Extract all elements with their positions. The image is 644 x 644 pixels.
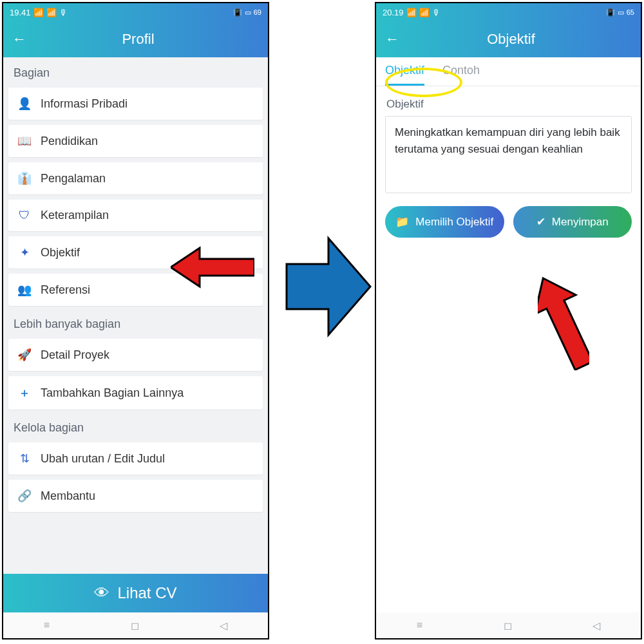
choose-objective-button[interactable]: 📁 Memilih Objektif <box>385 206 504 238</box>
experience-icon: 👔 <box>17 171 32 185</box>
signal-icon: 📶 <box>46 8 57 17</box>
status-bar: 20.19 📶 📶 🎙 📳 ▭ 65 <box>376 3 641 21</box>
list-item-label: Ubah urutan / Edit Judul <box>41 452 165 466</box>
nav-back-icon[interactable]: ◁ <box>220 620 227 632</box>
battery-level: 65 <box>627 8 634 16</box>
tab-objektif[interactable]: Objektif <box>385 64 424 86</box>
button-row: 📁 Memilih Objektif ✔ Menyimpan <box>376 193 641 251</box>
app-bar: ← Objektif <box>376 21 641 57</box>
check-icon: ✔ <box>536 215 545 229</box>
tab-bar: Objektif Contoh <box>376 57 641 86</box>
list-item-label: Pengalaman <box>41 172 106 185</box>
android-nav-bar: ≡ ◻ ◁ <box>3 612 268 638</box>
list-item-label: Informasi Pribadi <box>41 97 128 111</box>
objektif-textarea[interactable]: Meningkatkan kemampuan diri yang lebih b… <box>385 116 632 193</box>
tab-contoh[interactable]: Contoh <box>442 64 480 86</box>
add-icon: ＋ <box>17 385 32 401</box>
status-time: 19.41 <box>10 8 31 17</box>
user-icon: 👤 <box>17 97 32 111</box>
red-arrow-up-icon <box>538 274 589 370</box>
svg-marker-1 <box>171 248 254 287</box>
section-label-bagian: Bagian <box>3 57 268 85</box>
folder-icon: 📁 <box>395 215 409 229</box>
page-title: Objektif <box>410 31 612 48</box>
phone-right: 20.19 📶 📶 🎙 📳 ▭ 65 ← Objektif Objektif C… <box>375 2 642 639</box>
app-bar: ← Profil <box>3 21 268 57</box>
signal-icon: 📶 <box>406 8 417 17</box>
vibrate-icon: 📳 <box>233 8 242 17</box>
section-label-more: Lebih banyak bagian <box>3 308 268 336</box>
list-item-membantu[interactable]: 🔗 Membantu <box>8 480 263 512</box>
project-icon: 🚀 <box>17 348 32 362</box>
svg-marker-2 <box>538 274 589 370</box>
nav-recent-icon[interactable]: ≡ <box>417 620 422 631</box>
svg-marker-0 <box>287 238 370 335</box>
education-icon: 📖 <box>17 134 32 148</box>
reorder-icon: ⇅ <box>17 451 32 466</box>
android-nav-bar: ≡ ◻ ◁ <box>376 612 641 638</box>
list-item-label: Membantu <box>41 489 95 503</box>
nav-back-icon[interactable]: ◁ <box>592 620 600 632</box>
page-title: Profil <box>37 31 240 48</box>
signal-icon: 📶 <box>33 8 44 17</box>
battery-icon: ▭ <box>245 8 251 17</box>
cta-label: Lihat CV <box>117 584 176 602</box>
content-area: Bagian 👤 Informasi Pribadi 📖 Pendidikan … <box>3 57 268 612</box>
phone-left: 19.41 📶 📶 🎙 📳 ▭ 69 ← Profil Bagian 👤 Inf… <box>2 2 269 639</box>
list-item-tambahkan-bagian[interactable]: ＋ Tambahkan Bagian Lainnya <box>8 376 263 410</box>
list-item-label: Keterampilan <box>41 209 109 222</box>
status-time: 20.19 <box>383 8 404 17</box>
list-item-label: Referensi <box>41 283 90 297</box>
nav-home-icon[interactable]: ◻ <box>131 620 139 632</box>
battery-icon: ▭ <box>618 8 624 17</box>
vibrate-icon: 📳 <box>606 8 615 17</box>
content-area: Objektif Contoh Objektif Meningkatkan ke… <box>376 57 641 612</box>
battery-level: 69 <box>254 8 261 16</box>
list-item-label: Tambahkan Bagian Lainnya <box>41 386 184 400</box>
list-item-pendidikan[interactable]: 📖 Pendidikan <box>8 125 263 157</box>
button-label: Menyimpan <box>552 216 609 229</box>
red-arrow-left-icon <box>171 245 254 290</box>
section-label-manage: Kelola bagian <box>3 412 268 440</box>
list-item-informasi-pribadi[interactable]: 👤 Informasi Pribadi <box>8 88 263 120</box>
list-item-pengalaman[interactable]: 👔 Pengalaman <box>8 162 263 194</box>
eye-icon: 👁 <box>94 584 109 602</box>
list-item-ubah-urutan[interactable]: ⇅ Ubah urutan / Edit Judul <box>8 442 263 475</box>
save-button[interactable]: ✔ Menyimpan <box>513 206 632 238</box>
reference-icon: 👥 <box>17 283 32 297</box>
signal-icon: 📶 <box>419 8 430 17</box>
skills-icon: 🛡 <box>17 209 32 222</box>
help-icon: 🔗 <box>17 489 32 503</box>
voice-icon: 🎙 <box>432 8 440 17</box>
back-icon[interactable]: ← <box>385 31 399 48</box>
view-cv-button[interactable]: 👁 Lihat CV <box>3 574 268 612</box>
list-item-label: Pendidikan <box>41 135 98 148</box>
status-bar: 19.41 📶 📶 🎙 📳 ▭ 69 <box>3 3 268 21</box>
nav-recent-icon[interactable]: ≡ <box>44 620 50 631</box>
objective-icon: ✦ <box>17 245 32 260</box>
button-label: Memilih Objektif <box>415 216 493 229</box>
field-label-objektif: Objektif <box>376 86 641 116</box>
list-item-keterampilan[interactable]: 🛡 Keterampilan <box>8 200 263 231</box>
voice-icon: 🎙 <box>59 8 68 17</box>
list-item-label: Detail Proyek <box>41 348 109 362</box>
back-icon[interactable]: ← <box>12 31 26 48</box>
nav-home-icon[interactable]: ◻ <box>504 620 512 632</box>
transition-arrow-icon <box>283 232 374 341</box>
list-item-detail-proyek[interactable]: 🚀 Detail Proyek <box>8 339 263 371</box>
list-item-label: Objektif <box>41 246 80 260</box>
